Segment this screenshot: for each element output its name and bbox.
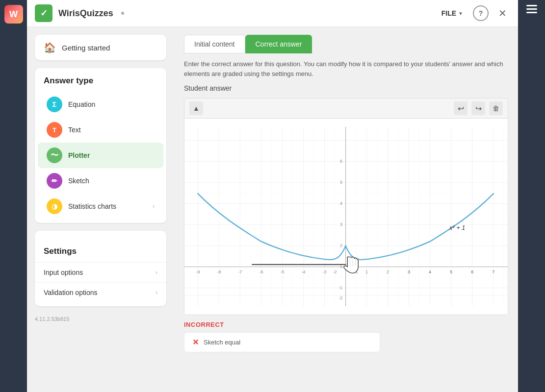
right-sidebar-strip [518, 0, 545, 392]
tab-correct-answer[interactable]: Correct answer [245, 35, 312, 53]
graph-svg-wrapper[interactable]: -9 -8 -7 -6 -5 -4 -3 1 2 3 4 [184, 119, 508, 315]
statistics-label: Statistics charts [68, 202, 147, 210]
svg-text:3: 3 [408, 270, 410, 274]
svg-text:-3: -3 [322, 270, 326, 274]
answer-type-sketch[interactable]: ✏ Sketch [38, 168, 163, 194]
undo-icon: ↩ [458, 104, 464, 113]
redo-icon: ↪ [475, 104, 482, 113]
equation-icon: Σ [47, 97, 62, 112]
validation-options-item[interactable]: Validation options › [35, 282, 166, 302]
input-options-item[interactable]: Input options › [35, 262, 166, 282]
text-icon: T [47, 122, 62, 138]
graph-toolbar: ▲ ↩ ↪ 🗑 [184, 98, 508, 119]
answer-type-plotter[interactable]: 〜 Plotter [38, 143, 163, 168]
incorrect-text: Sketch equal [204, 339, 240, 346]
svg-text:-1: -1 [338, 285, 342, 290]
settings-section: Settings Input options › Validation opti… [35, 231, 166, 306]
svg-rect-0 [184, 127, 508, 306]
tabs-container: Initial content Correct answer [184, 35, 508, 53]
answer-type-title: Answer type [35, 76, 166, 92]
app-title: WirisQuizzes [58, 8, 113, 19]
description-text: Enter the correct answer for this questi… [184, 59, 508, 78]
svg-text:4: 4 [429, 270, 431, 274]
svg-text:x² + 1: x² + 1 [449, 224, 465, 231]
svg-text:-7: -7 [238, 270, 242, 274]
hamburger-line-1 [526, 5, 537, 6]
graph-container: ▲ ↩ ↪ 🗑 [184, 98, 508, 315]
svg-text:4: 4 [340, 201, 342, 206]
redo-button[interactable]: ↪ [471, 101, 485, 115]
getting-started-card[interactable]: 🏠 Getting started [35, 35, 166, 60]
svg-text:1: 1 [365, 270, 368, 274]
left-panel: 🏠 Getting started Answer type Σ Equation… [27, 27, 174, 392]
svg-text:2: 2 [340, 243, 342, 248]
svg-text:6: 6 [340, 159, 342, 164]
validation-options-chevron-icon: › [156, 289, 157, 296]
svg-text:-2: -2 [338, 295, 342, 300]
left-sidebar-strip: W [0, 0, 27, 392]
plotter-icon: 〜 [47, 147, 62, 163]
main-content: ✓ WirisQuizzes FILE ▼ ? ✕ 🏠 Getting star… [27, 0, 518, 392]
equation-label: Equation [68, 100, 155, 108]
right-panel: Initial content Correct answer Enter the… [174, 27, 518, 392]
answer-type-section: Answer type Σ Equation T Text 〜 [35, 68, 166, 223]
home-icon: 🏠 [44, 42, 56, 53]
delete-icon: 🗑 [493, 104, 499, 112]
answer-type-statistics[interactable]: ◑ Statistics charts › [38, 194, 163, 219]
sketch-label: Sketch [68, 177, 155, 185]
x-icon: ✕ [192, 338, 199, 347]
graph-svg: -9 -8 -7 -6 -5 -4 -3 1 2 3 4 [184, 119, 508, 315]
help-button[interactable]: ? [473, 5, 489, 21]
app-logo: ✓ [35, 4, 52, 22]
undo-button[interactable]: ↩ [454, 101, 467, 115]
svg-text:2: 2 [387, 270, 389, 274]
student-answer-label: Student answer [184, 84, 508, 92]
answer-type-equation[interactable]: Σ Equation [38, 92, 163, 117]
input-options-chevron-icon: › [156, 269, 157, 276]
svg-text:-4: -4 [301, 270, 305, 274]
svg-text:-6: -6 [259, 270, 263, 274]
input-options-label: Input options [44, 269, 156, 276]
svg-text:-5: -5 [280, 270, 284, 274]
stats-icon: ◑ [47, 198, 62, 214]
title-separator [121, 12, 124, 15]
app-logo-left: W [4, 5, 23, 24]
body-layout: 🏠 Getting started Answer type Σ Equation… [27, 27, 518, 392]
svg-text:5: 5 [450, 270, 452, 274]
validation-options-label: Validation options [44, 289, 156, 296]
delete-button[interactable]: 🗑 [489, 101, 503, 115]
svg-text:-9: -9 [196, 270, 200, 274]
tab-initial-content[interactable]: Initial content [184, 35, 245, 53]
sketch-icon: ✏ [47, 173, 62, 189]
file-button[interactable]: FILE ▼ [438, 7, 467, 19]
incorrect-row: ✕ Sketch equal [184, 332, 380, 352]
incorrect-label: INCORRECT [184, 321, 508, 328]
version-text: 4.11.2.53b815 [35, 314, 166, 324]
incorrect-section: INCORRECT ✕ Sketch equal [184, 321, 508, 352]
svg-text:-2: -2 [333, 270, 337, 274]
settings-title: Settings [35, 239, 166, 262]
statistics-chevron-icon: › [153, 203, 155, 210]
plotter-label: Plotter [68, 151, 155, 159]
top-bar: ✓ WirisQuizzes FILE ▼ ? ✕ [27, 0, 518, 27]
pointer-icon: ▲ [193, 104, 200, 112]
file-chevron-icon: ▼ [458, 11, 463, 16]
getting-started-label: Getting started [62, 44, 110, 52]
answer-type-text[interactable]: T Text [38, 117, 163, 143]
hamburger-menu[interactable] [526, 5, 537, 13]
svg-text:-8: -8 [217, 270, 221, 274]
hamburger-line-2 [526, 8, 537, 10]
svg-text:7: 7 [492, 270, 494, 274]
svg-text:3: 3 [340, 222, 342, 227]
pointer-tool-button[interactable]: ▲ [189, 101, 203, 115]
hamburger-line-3 [526, 12, 537, 13]
close-button[interactable]: ✕ [494, 5, 510, 21]
svg-text:5: 5 [340, 180, 342, 185]
text-label: Text [68, 126, 155, 134]
svg-text:6: 6 [471, 270, 473, 274]
